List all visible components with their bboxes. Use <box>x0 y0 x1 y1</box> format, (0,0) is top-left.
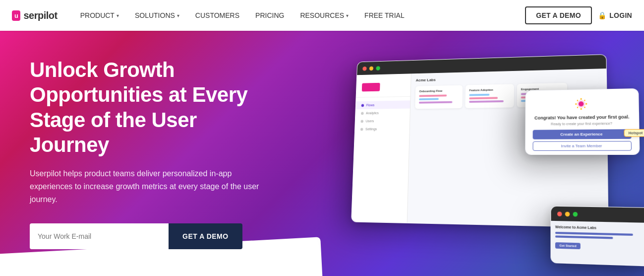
dot-icon <box>361 104 364 107</box>
nav-item-resources[interactable]: RESOURCES ▾ <box>293 7 355 23</box>
svg-point-7 <box>584 100 585 101</box>
svg-point-4 <box>575 103 577 105</box>
svg-point-6 <box>577 100 579 101</box>
hero-subtitle: Userpilot helps product teams deliver pe… <box>30 167 268 206</box>
nav-item-product[interactable]: PRODUCT ▾ <box>73 7 126 23</box>
svg-point-9 <box>584 107 585 108</box>
dot-icon <box>360 120 363 123</box>
popup-invite-btn[interactable]: Invite a Team Member <box>533 141 632 151</box>
mockup-wrapper: Flows Analytics Users Settings <box>322 38 644 276</box>
chevron-down-icon: ▾ <box>117 13 119 18</box>
nav-right: GET A DEMO 🔒 LOGIN <box>525 6 632 24</box>
dot-green <box>573 211 578 216</box>
hero-cta: GET A DEMO <box>30 223 268 249</box>
hero-get-demo-button[interactable]: GET A DEMO <box>169 223 242 249</box>
hero-section: Unlock Growth Opportunities at Every Sta… <box>0 31 644 276</box>
hero-content: Unlock Growth Opportunities at Every Sta… <box>0 38 297 269</box>
nav-item-free-trial[interactable]: FREE TRIAL <box>357 7 411 23</box>
popup-subtitle: Ready to create your first experience? <box>533 122 632 126</box>
sidebar-item-flows: Flows <box>356 100 410 109</box>
navbar: u serpilot PRODUCT ▾ SOLUTIONS ▾ CUSTOME… <box>0 0 644 31</box>
nav-item-solutions[interactable]: SOLUTIONS ▾ <box>128 7 186 23</box>
dot-red <box>362 67 366 71</box>
logo[interactable]: u serpilot <box>12 10 58 21</box>
login-button[interactable]: 🔒 LOGIN <box>598 11 632 19</box>
small-titlebar <box>551 207 644 223</box>
chevron-down-icon: ▾ <box>177 13 179 18</box>
svg-point-3 <box>581 108 582 110</box>
popup-create-btn[interactable]: Create an Experience <box>533 129 632 139</box>
sidebar-logo-area <box>356 79 410 98</box>
hero-title: Unlock Growth Opportunities at Every Sta… <box>30 58 268 158</box>
chevron-down-icon: ▾ <box>346 13 349 18</box>
logo-text: serpilot <box>23 10 57 21</box>
get-demo-button[interactable]: GET A DEMO <box>525 6 592 24</box>
small-cta-btn: Get Started <box>555 242 581 249</box>
star-icon <box>574 97 588 111</box>
sidebar-item-users: Users <box>355 117 410 125</box>
nav-items: PRODUCT ▾ SOLUTIONS ▾ CUSTOMERS PRICING … <box>73 7 526 23</box>
nav-item-pricing[interactable]: PRICING <box>248 7 291 23</box>
sidebar-item-analytics: Analytics <box>355 109 410 118</box>
sidebar-item-settings: Settings <box>355 125 410 133</box>
screen-sidebar: Flows Analytics Users Settings <box>351 73 411 223</box>
logo-icon: u <box>12 10 20 21</box>
small-screen-content: Welcome to Acme Labs Get Started <box>551 221 644 256</box>
dot-icon <box>360 128 363 131</box>
dot-red <box>557 211 562 216</box>
flow-header: Acme Labs <box>416 73 601 82</box>
dot-yellow <box>369 66 373 70</box>
sidebar-logo-small <box>362 83 380 92</box>
hotspot-tooltip: Hotspot <box>624 129 644 137</box>
svg-point-5 <box>585 103 587 105</box>
dot-icon <box>361 112 364 115</box>
welcome-text: Welcome to Acme Labs <box>555 225 644 231</box>
flow-card-2: Feature Adoption <box>465 84 514 108</box>
popup-inner: Congrats! You have created your first go… <box>526 89 639 154</box>
dot-yellow <box>565 211 570 216</box>
dot-green <box>376 66 380 70</box>
mockup-small-screen: Welcome to Acme Labs Get Started <box>550 206 644 267</box>
flow-card-1: Onboarding Flow <box>415 85 463 109</box>
hero-mockup: Flows Analytics Users Settings <box>317 41 644 269</box>
nav-item-customers[interactable]: CUSTOMERS <box>188 7 246 23</box>
email-input[interactable] <box>30 223 169 249</box>
popup-title: Congrats! You have created your first go… <box>533 114 631 120</box>
mockup-popup-screen: Congrats! You have created your first go… <box>525 88 640 155</box>
svg-point-2 <box>581 98 582 100</box>
svg-point-8 <box>577 107 579 108</box>
lock-icon: 🔒 <box>598 11 606 19</box>
